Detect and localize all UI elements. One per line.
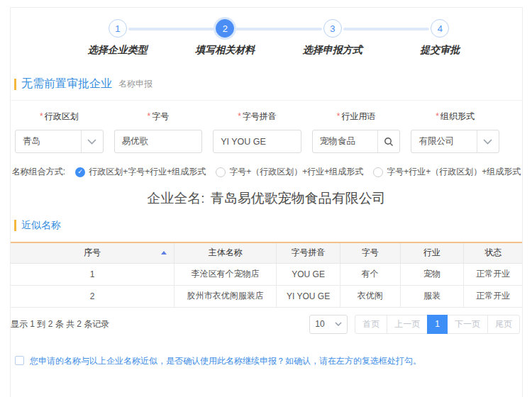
section-subtitle: 名称申报 bbox=[118, 78, 153, 90]
cell-seq: 2 bbox=[11, 285, 174, 307]
field-trade-name: *字号 易优歌 bbox=[114, 111, 203, 153]
header-entity-name[interactable]: 主体名称 bbox=[174, 242, 277, 263]
radio-unchecked-icon bbox=[373, 167, 383, 177]
cell-pinyin: YI YOU GE bbox=[277, 285, 340, 307]
step-4-circle: 4 bbox=[431, 19, 449, 38]
step-4-submit-approval[interactable]: 4 提交审批 bbox=[387, 19, 494, 57]
sort-asc-icon[interactable] bbox=[161, 251, 167, 255]
table-footer: 显示 1 到 2 条 共 2 条记录 10 首页 上一页 1 下一页 尾页 bbox=[11, 315, 522, 334]
similar-names-table: 序号 主体名称 字号拼音 字号 行业 状态 1 李沧区有个宠物店 YOU GE … bbox=[11, 242, 522, 308]
cell-industry: 服装 bbox=[400, 285, 463, 307]
section-bar bbox=[14, 79, 16, 90]
cell-status: 正常开业 bbox=[464, 263, 522, 285]
combination-label: 名称组合方式: bbox=[12, 166, 65, 178]
confirm-checkbox[interactable] bbox=[15, 356, 24, 365]
organization-form-label: *组织形式 bbox=[411, 111, 499, 123]
trade-name-pinyin-label: *字号拼音 bbox=[213, 111, 301, 123]
cell-entity-name: 胶州市衣优阁服装店 bbox=[174, 285, 277, 307]
cell-trade-name: 有个 bbox=[340, 263, 400, 285]
section-bar bbox=[14, 220, 16, 231]
main-panel: 1 选择企业类型 2 填写相关材料 3 选择申报方式 4 提交审批 无需前置审批… bbox=[10, 7, 523, 397]
cell-seq: 1 bbox=[11, 263, 174, 285]
field-industry-term: *行业用语 宠物食品 bbox=[312, 111, 401, 153]
cell-status: 正常开业 bbox=[464, 285, 522, 307]
pagination: 10 首页 上一页 1 下一页 尾页 bbox=[309, 315, 520, 334]
header-trade-name[interactable]: 字号 bbox=[340, 242, 400, 263]
required-asterisk: * bbox=[436, 111, 439, 121]
header-seq[interactable]: 序号 bbox=[11, 242, 174, 263]
cell-entity-name: 李沧区有个宠物店 bbox=[174, 263, 277, 285]
name-combination-row: 名称组合方式: ✓ 行政区划+字号+行业+组成形式 字号+（行政区划）+行业+组… bbox=[11, 166, 522, 178]
radio-combination-3[interactable]: 字号+行业+（行政区划）+组成形式 bbox=[373, 166, 521, 178]
radio-combination-2[interactable]: 字号+（行政区划）+行业+组成形式 bbox=[216, 166, 363, 178]
required-asterisk: * bbox=[337, 111, 340, 121]
section-title: 无需前置审批企业 bbox=[21, 77, 112, 91]
cell-pinyin: YOU GE bbox=[277, 263, 340, 285]
table-row[interactable]: 1 李沧区有个宠物店 YOU GE 有个 宠物 正常开业 bbox=[11, 263, 522, 285]
header-industry[interactable]: 行业 bbox=[400, 242, 463, 263]
trade-name-value: 易优歌 bbox=[115, 135, 202, 147]
enterprise-full-name: 企业全名:青岛易优歌宠物食品有限公司 bbox=[11, 189, 522, 208]
radio-checked-icon: ✓ bbox=[75, 167, 85, 177]
industry-term-input[interactable]: 宠物食品 bbox=[312, 130, 401, 153]
step-1-select-enterprise-type[interactable]: 1 选择企业类型 bbox=[64, 19, 172, 57]
chevron-down-icon[interactable] bbox=[477, 130, 499, 152]
pagination-first-button[interactable]: 首页 bbox=[355, 315, 387, 334]
required-asterisk: * bbox=[148, 111, 151, 121]
cell-industry: 宠物 bbox=[400, 263, 463, 285]
page-size-select[interactable]: 10 bbox=[309, 315, 348, 334]
chevron-down-icon[interactable] bbox=[81, 130, 103, 152]
radio-combination-1-label: 行政区划+字号+行业+组成形式 bbox=[89, 166, 206, 178]
header-status[interactable]: 状态 bbox=[464, 242, 522, 263]
radio-combination-1[interactable]: ✓ 行政区划+字号+行业+组成形式 bbox=[75, 166, 206, 178]
trade-name-input[interactable]: 易优歌 bbox=[114, 130, 203, 153]
chevron-down-icon bbox=[335, 322, 342, 326]
required-asterisk: * bbox=[238, 111, 241, 121]
admin-division-select[interactable]: 青岛 bbox=[15, 130, 104, 153]
radio-unchecked-icon bbox=[216, 167, 226, 177]
pagination-next-button[interactable]: 下一页 bbox=[447, 315, 488, 334]
required-asterisk: * bbox=[40, 111, 43, 121]
step-2-fill-materials[interactable]: 2 填写相关材料 bbox=[172, 19, 279, 57]
pagination-page-1-button[interactable]: 1 bbox=[427, 315, 448, 334]
search-icon[interactable] bbox=[377, 130, 399, 152]
full-name-value: 青岛易优歌宠物食品有限公司 bbox=[211, 191, 386, 206]
pagination-prev-button[interactable]: 上一页 bbox=[387, 315, 428, 334]
step-1-circle: 1 bbox=[109, 19, 127, 38]
name-form: *行政区划 青岛 *字号 易优歌 *字号拼音 YI YOU GE bbox=[11, 101, 522, 153]
table-header-row: 序号 主体名称 字号拼音 字号 行业 状态 bbox=[11, 242, 522, 263]
trade-name-pinyin-input[interactable]: YI YOU GE bbox=[213, 130, 301, 153]
confirm-checkbox-label: 您申请的名称与以上企业名称近似，是否确认使用此名称继续申报？如确认，请在左方的复… bbox=[30, 355, 421, 367]
step-3-circle: 3 bbox=[323, 19, 342, 38]
table-row[interactable]: 2 胶州市衣优阁服装店 YI YOU GE 衣优阁 服装 正常开业 bbox=[11, 285, 522, 307]
step-2-circle: 2 bbox=[216, 19, 234, 38]
section-no-preapproval: 无需前置审批企业 名称申报 bbox=[11, 77, 522, 101]
page-size-value: 10 bbox=[315, 319, 324, 329]
trade-name-pinyin-value: YI YOU GE bbox=[214, 137, 301, 147]
step-3-select-declare-method[interactable]: 3 选择申报方式 bbox=[279, 19, 387, 57]
organization-form-value: 有限公司 bbox=[411, 135, 477, 147]
step-4-label: 提交审批 bbox=[420, 44, 460, 57]
step-3-label: 选择申报方式 bbox=[303, 44, 362, 57]
step-1-label: 选择企业类型 bbox=[88, 44, 148, 57]
cell-trade-name: 衣优阁 bbox=[340, 285, 400, 307]
field-organization-form: *组织形式 有限公司 bbox=[411, 111, 499, 153]
full-name-label: 企业全名: bbox=[147, 191, 204, 206]
stepper: 1 选择企业类型 2 填写相关材料 3 选择申报方式 4 提交审批 bbox=[11, 8, 522, 57]
admin-division-label: *行政区划 bbox=[15, 111, 104, 123]
admin-division-value: 青岛 bbox=[16, 135, 81, 147]
section-similar-names: 近似名称 bbox=[11, 219, 522, 232]
field-trade-name-pinyin: *字号拼音 YI YOU GE bbox=[213, 111, 301, 153]
industry-term-value: 宠物食品 bbox=[313, 135, 378, 147]
step-2-label: 填写相关材料 bbox=[195, 44, 255, 57]
industry-term-label: *行业用语 bbox=[312, 111, 401, 123]
organization-form-select[interactable]: 有限公司 bbox=[411, 130, 499, 153]
trade-name-label: *字号 bbox=[114, 111, 203, 123]
records-summary: 显示 1 到 2 条 共 2 条记录 bbox=[11, 318, 109, 330]
header-pinyin[interactable]: 字号拼音 bbox=[277, 242, 340, 263]
radio-combination-3-label: 字号+行业+（行政区划）+组成形式 bbox=[387, 166, 521, 178]
pagination-last-button[interactable]: 尾页 bbox=[487, 315, 520, 334]
similar-names-title: 近似名称 bbox=[21, 219, 61, 232]
confirm-similar-name-row: 您申请的名称与以上企业名称近似，是否确认使用此名称继续申报？如确认，请在左方的复… bbox=[11, 355, 522, 367]
field-admin-division: *行政区划 青岛 bbox=[15, 111, 104, 153]
